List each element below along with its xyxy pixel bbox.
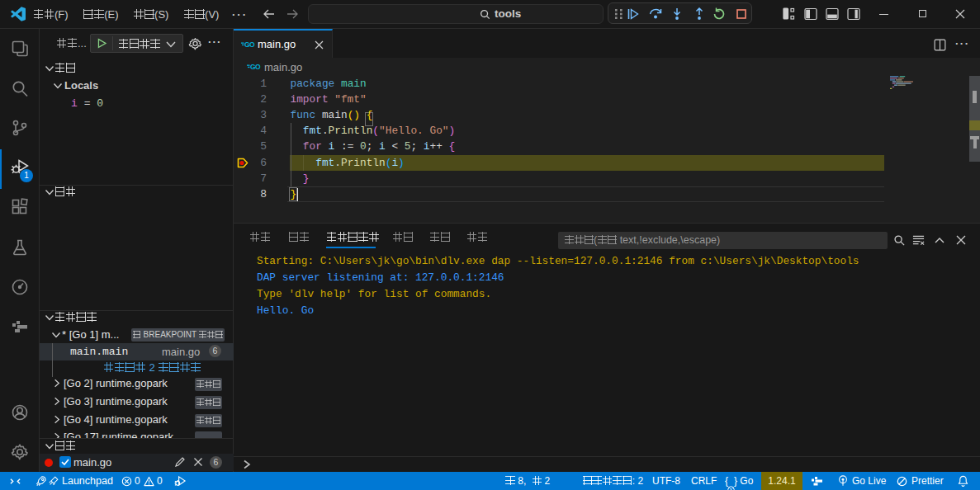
svg-text:GO: GO [244, 40, 255, 49]
svg-text:GO: GO [250, 63, 261, 71]
